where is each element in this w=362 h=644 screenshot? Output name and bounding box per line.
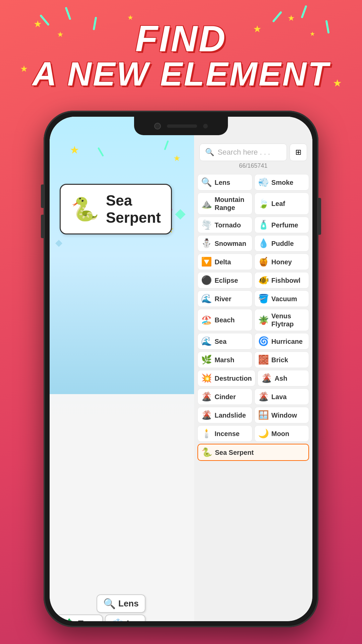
- filter-button[interactable]: ⊞: [290, 144, 307, 161]
- element-cell-puddle[interactable]: 💧 Puddle: [254, 235, 309, 252]
- phone-wrapper: ★ ★ ★ ★ 🐍 SeaSerpent 🔍: [44, 111, 318, 627]
- element-emoji: ⛄: [201, 238, 212, 249]
- element-emoji: 🏖️: [201, 315, 212, 325]
- element-cell-beach[interactable]: 🏖️ Beach: [197, 309, 252, 331]
- element-emoji: 🐠: [258, 275, 269, 285]
- element-row: 🌿 Marsh 🧱 Brick: [197, 352, 309, 368]
- element-name: Puddle: [272, 239, 294, 248]
- element-count: 66/165741: [199, 161, 307, 171]
- element-cell-smoke[interactable]: 💨 Smoke: [254, 174, 309, 191]
- element-cell-venus-flytrap[interactable]: 🪴 Venus Flytrap: [254, 309, 309, 331]
- search-input[interactable]: 🔍 Search here . . .: [199, 144, 287, 161]
- element-emoji: 🌋: [201, 410, 212, 420]
- element-cell-lava[interactable]: 🌋 Lava: [254, 388, 309, 405]
- element-emoji: 🌪️: [201, 220, 212, 230]
- element-name: Sea: [215, 337, 227, 345]
- element-emoji: 🪟: [258, 410, 269, 420]
- element-row: 🏖️ Beach 🪴 Venus Flytrap: [197, 309, 309, 331]
- element-row: 🐍 Sea Serpent: [197, 444, 309, 461]
- title-line1: FIND: [0, 20, 362, 57]
- element-name: Mountain Range: [215, 196, 248, 212]
- element-cell-leaf[interactable]: 🍃 Leaf: [254, 193, 309, 215]
- element-cell-marsh[interactable]: 🌿 Marsh: [197, 352, 252, 368]
- element-cell-ash[interactable]: 🌋 Ash: [257, 370, 309, 386]
- element-cell-perfume[interactable]: 🧴 Perfume: [254, 217, 309, 233]
- search-icon: 🔍: [205, 148, 214, 157]
- elements-list[interactable]: 🔍 Lens 💨 Smoke ⛰️ Mountain Range: [194, 174, 312, 621]
- element-cell-hurricane[interactable]: 🌀 Hurricane: [254, 333, 309, 350]
- element-cell-eclipse[interactable]: ⚫ Eclipse: [197, 272, 252, 288]
- element-cell-mountain-range[interactable]: ⛰️ Mountain Range: [197, 193, 252, 215]
- element-name: Moon: [272, 430, 289, 438]
- element-emoji: ⚫: [201, 275, 212, 285]
- element-emoji: 🪣: [258, 293, 269, 304]
- element-cell-fishbowl[interactable]: 🐠 Fishbowl: [254, 272, 309, 288]
- element-cell-tornado[interactable]: 🌪️ Tornado: [197, 217, 252, 233]
- front-camera: [154, 123, 161, 129]
- element-cell-moon[interactable]: 🌙 Moon: [254, 425, 309, 442]
- element-cell-river[interactable]: 🌊 River: [197, 290, 252, 307]
- element-name: Smoke: [272, 178, 294, 186]
- speaker: [167, 124, 197, 128]
- element-name: Incense: [215, 430, 239, 438]
- element-emoji: 🌀: [258, 336, 269, 346]
- element-emoji: 💧: [258, 238, 269, 249]
- element-row: 🔽 Delta 🍯 Honey: [197, 254, 309, 270]
- element-cell-snowman[interactable]: ⛄ Snowman: [197, 235, 252, 252]
- element-emoji: 💥: [201, 373, 212, 383]
- element-name: Tornado: [215, 221, 241, 229]
- element-row: 🌊 River 🪣 Vacuum: [197, 290, 309, 307]
- element-name: Sea Serpent: [215, 448, 254, 457]
- element-emoji: 🌋: [201, 391, 212, 402]
- element-cell-window[interactable]: 🪟 Window: [254, 407, 309, 423]
- element-row: 🌋 Landslide 🪟 Window: [197, 407, 309, 423]
- element-emoji: 🪴: [258, 315, 269, 325]
- element-name: Ash: [275, 374, 287, 382]
- element-emoji: 🌙: [258, 428, 269, 439]
- element-row: 🌪️ Tornado 🧴 Perfume: [197, 217, 309, 233]
- power-button: [318, 198, 321, 235]
- element-cell-lens[interactable]: 🔍 Lens: [197, 174, 252, 191]
- element-emoji: 🧴: [258, 220, 269, 230]
- element-name: Venus Flytrap: [272, 312, 305, 328]
- sky-background: [50, 117, 194, 394]
- phone-notch: [134, 117, 228, 135]
- element-emoji: 🕯️: [201, 428, 212, 439]
- element-cell-delta[interactable]: 🔽 Delta: [197, 254, 252, 270]
- element-row: ⛰️ Mountain Range 🍃 Leaf: [197, 193, 309, 215]
- element-emoji: 🔽: [201, 257, 212, 267]
- element-cell-sea-serpent[interactable]: 🐍 Sea Serpent: [197, 444, 309, 461]
- element-emoji: 🌊: [201, 293, 212, 304]
- element-name: Cinder: [215, 393, 236, 401]
- volume-up-button: [41, 184, 44, 208]
- element-cell-destruction[interactable]: 💥 Destruction: [197, 370, 255, 386]
- element-name: Lava: [272, 393, 287, 401]
- element-name: Honey: [272, 258, 292, 266]
- element-name: Beach: [215, 316, 235, 324]
- element-name: Fishbowl: [272, 276, 301, 284]
- element-cell-sea[interactable]: 🌊 Sea: [197, 333, 252, 350]
- element-name: River: [215, 295, 231, 303]
- phone-screen: ★ ★ ★ ★ 🐍 SeaSerpent 🔍: [50, 117, 312, 621]
- element-cell-incense[interactable]: 🕯️ Incense: [197, 425, 252, 442]
- element-name: Leaf: [272, 200, 285, 208]
- element-cell-landslide[interactable]: 🌋 Landslide: [197, 407, 252, 423]
- element-emoji: 💨: [258, 177, 269, 187]
- element-row: ⚫ Eclipse 🐠 Fishbowl: [197, 272, 309, 288]
- element-name: Window: [272, 411, 297, 419]
- element-cell-honey[interactable]: 🍯 Honey: [254, 254, 309, 270]
- element-cell-vacuum[interactable]: 🪣 Vacuum: [254, 290, 309, 307]
- element-row: 🔍 Lens 💨 Smoke: [197, 174, 309, 191]
- element-emoji: 🌋: [258, 391, 269, 402]
- element-row: 🌊 Sea 🌀 Hurricane: [197, 333, 309, 350]
- element-name: Eclipse: [215, 276, 238, 284]
- element-emoji: 🧱: [258, 355, 269, 365]
- node-lens: 🔍 Lens: [97, 594, 145, 613]
- element-emoji: 🌊: [201, 336, 212, 346]
- element-cell-brick[interactable]: 🧱 Brick: [254, 352, 309, 368]
- element-emoji: 🌿: [201, 355, 212, 365]
- element-cell-cinder[interactable]: 🌋 Cinder: [197, 388, 252, 405]
- element-row: 💥 Destruction 🌋 Ash: [197, 370, 309, 386]
- element-row: 🕯️ Incense 🌙 Moon: [197, 425, 309, 442]
- game-panel: ★ ★ ★ ★ 🐍 SeaSerpent 🔍: [50, 117, 194, 621]
